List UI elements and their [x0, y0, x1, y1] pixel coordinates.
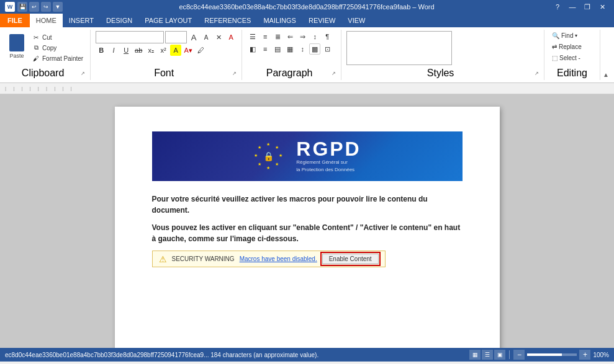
justify-button[interactable]: ▦ — [284, 43, 296, 55]
collapse-ribbon-button[interactable]: ▲ — [600, 69, 612, 80]
save-tool[interactable]: 💾 — [17, 2, 27, 12]
font-size-up-button[interactable]: A — [188, 32, 199, 43]
cut-button[interactable]: ✂ Cut — [30, 32, 85, 42]
clipboard-expand-icon[interactable]: ↗ — [81, 71, 85, 76]
enable-content-button[interactable]: Enable Content — [322, 254, 379, 264]
copy-button[interactable]: ⧉ Copy — [30, 43, 85, 53]
font-label-row: Font ↗ — [96, 68, 237, 79]
replace-label: Replace — [559, 43, 582, 50]
tab-view[interactable]: VIEW — [341, 14, 371, 27]
multilevel-list-button[interactable]: ≣ — [272, 31, 283, 42]
svg-text:★: ★ — [275, 145, 279, 149]
ribbon-collapse-area: ▲ — [600, 30, 614, 80]
paste-button[interactable]: Paste — [5, 31, 29, 62]
redo-tool[interactable]: ↪ — [41, 2, 51, 12]
cut-icon: ✂ — [32, 33, 40, 42]
show-marks-button[interactable]: ¶ — [322, 31, 333, 42]
replace-button[interactable]: ⇄ Replace — [549, 42, 584, 51]
svg-text:★: ★ — [258, 162, 261, 166]
font-shading-button[interactable]: 🖊 — [195, 45, 206, 56]
styles-expand-icon[interactable]: ↗ — [535, 71, 539, 76]
line-spacing-button[interactable]: ↕ — [297, 43, 308, 55]
tab-file[interactable]: FILE — [0, 14, 30, 27]
ribbon: Paste ✂ Cut ⧉ Copy 🖌 Format Painter Clip… — [0, 27, 614, 83]
zoom-slider[interactable] — [527, 353, 577, 356]
tab-mailings[interactable]: MAILINGS — [257, 14, 302, 27]
zoom-level: 100% — [593, 352, 609, 358]
select-button[interactable]: ⬚ Select - — [549, 53, 584, 63]
close-button[interactable]: ✕ — [595, 2, 609, 12]
styles-label: Styles — [346, 68, 535, 79]
bold-button[interactable]: B — [96, 45, 107, 56]
zoom-controls: − + 100% — [513, 350, 609, 360]
border-button[interactable]: ⊡ — [322, 43, 333, 55]
paste-label: Paste — [9, 53, 24, 59]
restore-button[interactable]: ❐ — [580, 2, 594, 12]
text-highlight-button[interactable]: A — [170, 45, 181, 56]
increase-indent-button[interactable]: ⇒ — [297, 31, 308, 42]
eu-stars-container: ★ ★ ★ ★ ★ ★ ★ ★ 🔒 — [253, 141, 284, 172]
tab-page-layout[interactable]: PAGE LAYOUT — [138, 14, 198, 27]
title-bar: W 💾 ↩ ↪ ▼ ec8c8c44eae3360be03e88a4bc7bb0… — [0, 0, 614, 14]
undo-tool[interactable]: ↩ — [29, 2, 39, 12]
eu-emblem: ★ ★ ★ ★ ★ ★ ★ ★ 🔒 — [253, 141, 284, 172]
font-name-input[interactable] — [96, 31, 164, 43]
zoom-out-button[interactable]: − — [513, 350, 525, 360]
help-button[interactable]: ? — [551, 2, 564, 12]
font-expand-icon[interactable]: ↗ — [232, 71, 237, 76]
zoom-in-button[interactable]: + — [579, 350, 590, 360]
customize-tool[interactable]: ▼ — [53, 2, 63, 12]
tab-home[interactable]: HOME — [30, 14, 63, 27]
font-size-input[interactable] — [165, 31, 187, 43]
find-button[interactable]: 🔍 Find ▾ — [549, 31, 584, 40]
font-row-2: B I U ab x₂ x² A A▾ 🖊 — [96, 45, 206, 56]
decrease-indent-button[interactable]: ⇐ — [284, 31, 296, 42]
font-color-button[interactable]: A — [225, 32, 237, 43]
clipboard-label-row: Clipboard ↗ — [5, 68, 85, 79]
bullet-list-button[interactable]: ☰ — [247, 31, 258, 42]
doc-text-1-content: Pour votre sécurité veuillez activer les… — [152, 195, 428, 215]
tab-insert[interactable]: INSERT — [63, 14, 100, 27]
format-painter-icon: 🖌 — [32, 54, 40, 63]
document-page: ★ ★ ★ ★ ★ ★ ★ ★ 🔒 RGPD — [115, 107, 500, 348]
status-right: ▦ ☰ ▣ − + 100% — [469, 350, 609, 360]
view-icon-1[interactable]: ▦ — [469, 350, 481, 360]
minimize-button[interactable]: — — [566, 2, 579, 12]
doc-text-2-content: Vous pouvez les activer en cliquant sur … — [152, 223, 461, 243]
status-left: ec8d0c44eae3360be01e88a4bc7bb03f3de8d0a2… — [5, 352, 318, 358]
copy-icon: ⧉ — [32, 43, 40, 52]
tab-review[interactable]: REVIEW — [302, 14, 341, 27]
font-color-dropdown[interactable]: A▾ — [183, 45, 194, 56]
view-icon-3[interactable]: ▣ — [494, 350, 505, 360]
underline-button[interactable]: U — [120, 45, 132, 56]
clear-format-button[interactable]: ✕ — [213, 32, 224, 43]
editing-label-row: Editing — [549, 68, 595, 79]
sort-button[interactable]: ↕ — [309, 31, 320, 42]
window-controls: ? — ❐ ✕ — [551, 2, 609, 12]
tab-design[interactable]: DESIGN — [100, 14, 138, 27]
align-center-button[interactable]: ≡ — [260, 43, 271, 55]
subscript-button[interactable]: x₂ — [145, 45, 156, 56]
shading-button[interactable]: ▩ — [309, 43, 320, 55]
tab-references[interactable]: REFERENCES — [198, 14, 257, 27]
strikethrough-button[interactable]: ab — [133, 45, 144, 56]
align-right-button[interactable]: ▤ — [272, 43, 283, 55]
superscript-button[interactable]: x² — [158, 45, 169, 56]
paragraph-expand-icon[interactable]: ↗ — [332, 71, 336, 76]
status-bar: ec8d0c44eae3360be01e88a4bc7bb03f3de8d0a2… — [0, 348, 614, 362]
eu-stars-svg: ★ ★ ★ ★ ★ ★ ★ ★ 🔒 — [253, 141, 284, 172]
italic-button[interactable]: I — [108, 45, 119, 56]
numbered-list-button[interactable]: ≡ — [260, 31, 271, 42]
font-size-down-button[interactable]: A — [201, 32, 212, 43]
macros-disabled-link[interactable]: Macros have been disabled. — [240, 255, 317, 262]
svg-text:★: ★ — [275, 162, 279, 166]
view-icon-2[interactable]: ☰ — [482, 350, 493, 360]
ruler-marks: | | | | | | | | | — [5, 86, 72, 91]
view-icons: ▦ ☰ ▣ — [469, 350, 505, 360]
format-painter-button[interactable]: 🖌 Format Painter — [30, 53, 85, 63]
editing-label: Editing — [549, 68, 595, 79]
editing-group: 🔍 Find ▾ ⇄ Replace ⬚ Select - Editing — [544, 30, 600, 80]
paragraph-group: ☰ ≡ ≣ ⇐ ⇒ ↕ ¶ ◧ ≡ ▤ ▦ ↕ ▩ ⊡ — [242, 30, 341, 80]
align-left-button[interactable]: ◧ — [247, 43, 258, 55]
svg-text:★: ★ — [266, 166, 270, 170]
